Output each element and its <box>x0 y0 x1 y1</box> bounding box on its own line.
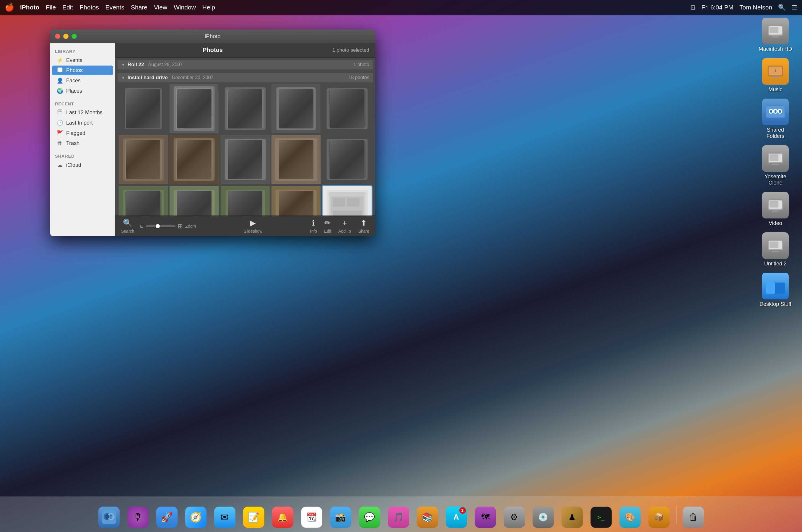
desktop-icon-yosemite[interactable]: Yosemite Clone <box>758 145 793 186</box>
add-to-button[interactable]: + Add To <box>338 218 351 233</box>
dock: 🎙 🚀 🧭 ✉ 📝 🔔 📆 📸 � <box>0 497 802 532</box>
photo-thumb-11[interactable] <box>119 186 168 215</box>
dock-item-reminders[interactable]: 🔔 <box>269 501 296 528</box>
edit-button[interactable]: ✏ Edit <box>324 218 331 233</box>
installhd-count: 18 photos <box>349 75 369 80</box>
menubar-events[interactable]: Events <box>106 4 124 11</box>
info-button[interactable]: ℹ Info <box>310 218 317 233</box>
svg-text:👤: 👤 <box>778 110 782 114</box>
dock-item-maps[interactable]: 🗺 <box>472 501 499 528</box>
svg-rect-32 <box>58 110 62 114</box>
apple-menu-icon[interactable]: 🍎 <box>5 3 14 12</box>
menubar-view[interactable]: View <box>154 4 167 11</box>
lastimport-icon: 🕐 <box>57 119 63 126</box>
svg-rect-19 <box>772 164 779 165</box>
dock-item-dvd[interactable]: 💿 <box>530 501 557 528</box>
svg-rect-61 <box>343 92 351 125</box>
dock-item-terminal[interactable]: >_ <box>588 501 614 528</box>
desktop-icon-desktop-stuff[interactable]: Desktop Stuff <box>758 273 793 307</box>
menubar-photos[interactable]: Photos <box>79 4 99 11</box>
sidebar-item-events[interactable]: ⚡ Events <box>52 55 113 65</box>
photo-thumb-9[interactable] <box>272 135 320 184</box>
photo-thumb-12[interactable] <box>170 186 219 215</box>
sidebar-item-last12[interactable]: Last 12 Months <box>52 108 113 117</box>
svg-point-40 <box>138 104 148 114</box>
zoom-large-icon: ⊞ <box>178 223 183 230</box>
share-button[interactable]: ⬆ Share <box>358 218 369 233</box>
dock-item-itunes[interactable]: 🎵 <box>385 501 412 528</box>
menubar-iphoto[interactable]: iPhoto <box>20 4 39 11</box>
sidebar-item-icloud[interactable]: ☁ iCloud <box>52 160 113 170</box>
album-install-hd: ▼ Install hard drive December 30, 2007 1… <box>117 73 373 215</box>
svg-rect-59 <box>329 90 366 127</box>
notification-icon[interactable]: ☰ <box>792 4 797 11</box>
album-roll22-header[interactable]: ▼ Roll 22 August 28, 2007 1 photo <box>117 60 373 69</box>
dock-item-trash[interactable]: 🗑 <box>680 501 707 528</box>
finder-icon <box>98 507 119 528</box>
close-button[interactable] <box>55 34 60 39</box>
menubar-help[interactable]: Help <box>202 4 215 11</box>
desktop-icon-shared[interactable]: 👤 👤 👤 Shared Folders <box>758 99 793 139</box>
sidebar-item-flagged[interactable]: 🚩 Flagged <box>52 128 113 138</box>
dock-item-safari[interactable]: 🧭 <box>183 501 209 528</box>
dock-item-chess[interactable]: ♟ <box>559 501 585 528</box>
events-icon: ⚡ <box>57 57 63 63</box>
photo-thumb-13[interactable] <box>221 186 270 215</box>
photo-thumb-2[interactable] <box>170 84 219 133</box>
zoom-slider[interactable] <box>146 225 175 227</box>
dock-item-settings[interactable]: ⚙ <box>501 501 527 528</box>
dock-item-messages[interactable]: 💬 <box>356 501 383 528</box>
sidebar-item-trash[interactable]: 🗑 Trash <box>52 138 113 148</box>
desktop-icon-music[interactable]: ♪ Music <box>758 58 793 93</box>
dock-item-notes[interactable]: 📝 <box>240 501 267 528</box>
dock-item-finder[interactable] <box>96 501 122 528</box>
roll22-arrow: ▼ <box>121 62 125 67</box>
photo-thumb-7[interactable] <box>170 135 219 184</box>
menubar-share[interactable]: Share <box>131 4 147 11</box>
photo-thumb-6[interactable] <box>119 135 168 184</box>
photo-thumb-8[interactable] <box>221 135 270 184</box>
photo-thumb-15-selected[interactable] <box>322 186 372 215</box>
dock-item-launchpad[interactable]: 🚀 <box>154 501 180 528</box>
sidebar-item-places[interactable]: 🌍 Places <box>52 86 113 96</box>
search-menubar-icon[interactable]: 🔍 <box>778 4 786 11</box>
photo-thumb-10[interactable] <box>322 135 372 184</box>
dock-item-iphoto[interactable]: 📸 <box>327 501 354 528</box>
album-installhd-header[interactable]: ▼ Install hard drive December 30, 2007 1… <box>117 73 373 82</box>
maximize-button[interactable] <box>72 34 77 39</box>
dock-item-ibooks[interactable]: 📚 <box>414 501 441 528</box>
minimize-button[interactable] <box>63 34 69 39</box>
macintosh-hd-icon <box>762 18 789 44</box>
sidebar-item-photos[interactable]: Photos <box>52 65 113 75</box>
svg-rect-4 <box>771 38 780 38</box>
sidebar-item-faces[interactable]: 👤 Faces <box>52 76 113 86</box>
photo-area[interactable]: ▼ Roll 22 August 28, 2007 1 photo ▼ Inst… <box>115 58 375 215</box>
photo-thumb-3[interactable] <box>221 84 270 133</box>
dock-item-colorsync[interactable]: 🎨 <box>617 501 644 528</box>
dock-item-calendar[interactable]: 📆 <box>298 501 325 528</box>
dock-item-appstore[interactable]: A 3 <box>443 501 470 528</box>
dock-item-archive[interactable]: 📦 <box>646 501 672 528</box>
installhd-date: December 30, 2007 <box>172 75 213 80</box>
sidebar-item-lastimport[interactable]: 🕐 Last Import <box>52 118 113 128</box>
dock-item-siri[interactable]: 🎙 <box>125 501 151 528</box>
photo-thumb-1[interactable] <box>119 84 168 133</box>
desktop-icon-video[interactable]: Video <box>758 192 793 226</box>
menubar-edit[interactable]: Edit <box>62 4 73 11</box>
svg-rect-58 <box>327 88 368 129</box>
menubar-file[interactable]: File <box>46 4 56 11</box>
photo-thumb-14[interactable] <box>272 186 320 215</box>
svg-rect-3 <box>772 36 779 38</box>
photo-thumb-5[interactable] <box>322 84 372 133</box>
photo-thumb-4[interactable] <box>272 84 320 133</box>
desktop-icon-macintosh-hd[interactable]: Macintosh HD <box>758 18 793 52</box>
info-label: Info <box>310 229 317 233</box>
dock-item-mail[interactable]: ✉ <box>211 501 238 528</box>
main-content: 1 photo selected Photos ▼ Roll 22 August… <box>115 43 375 236</box>
zoom-small-icon: ⊡ <box>140 224 144 228</box>
slideshow-button[interactable]: ▶ Slideshow <box>244 218 263 233</box>
menubar-window[interactable]: Window <box>174 4 196 11</box>
search-button[interactable]: 🔍 Search <box>121 218 134 233</box>
photo-5 <box>322 84 372 133</box>
desktop-icon-untitled2[interactable]: Untitled 2 <box>758 232 793 267</box>
